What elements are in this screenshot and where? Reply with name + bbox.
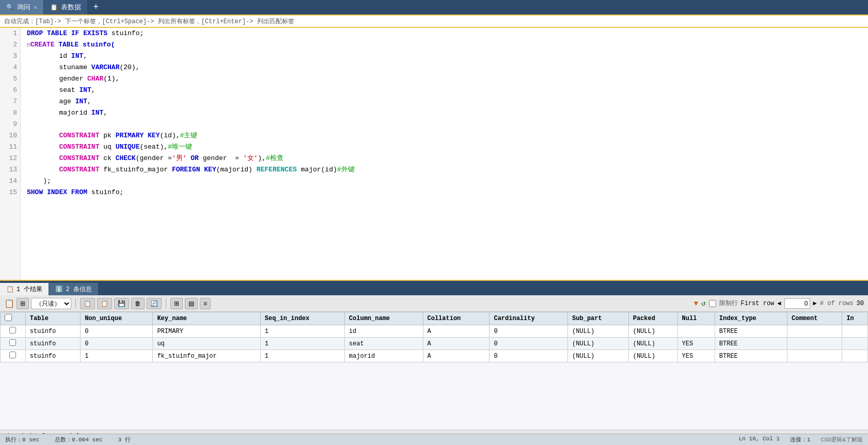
table-cell-1-3: uq <box>153 338 260 350</box>
table-row[interactable]: stuinfo0uq1seatA0(NULL)(NULL)YESBTREE <box>1 338 868 350</box>
tab-tabledata[interactable]: 📋 表数据 <box>44 0 88 14</box>
refresh-btn2[interactable]: 🔄 <box>147 298 162 309</box>
table-cell-2-9: (NULL) <box>628 350 677 362</box>
code-line-6: seat INT, <box>27 85 862 96</box>
results-tabs: 📋 1 个结果 ℹ️ 2 条信息 <box>0 281 868 295</box>
text-view-btn[interactable]: ≡ <box>200 298 211 309</box>
table-cell-0-0 <box>1 325 26 338</box>
table-cell-0-13 <box>842 325 868 338</box>
table-row[interactable]: stuinfo1fk_stuinfo_major1majoridA0(NULL)… <box>1 350 868 362</box>
table-cell-2-2: 1 <box>81 350 153 362</box>
table-cell-2-1: stuinfo <box>25 350 80 362</box>
result-tab-label: 1 个结果 <box>17 285 42 294</box>
tab-info[interactable]: ℹ️ 2 条信息 <box>49 283 98 295</box>
table-cell-0-3: PRIMARY <box>153 325 260 338</box>
code-area[interactable]: DROP TABLE IF EXISTS stuinfo;⊟CREATE TAB… <box>21 28 868 280</box>
tab-bar: 🔍 询问 ✕ 📋 表数据 + <box>0 0 868 15</box>
table-cell-1-10: YES <box>677 338 715 350</box>
table-cell-1-6: A <box>423 338 490 350</box>
query-tab-close[interactable]: ✕ <box>34 4 37 11</box>
save-btn[interactable]: 💾 <box>114 298 129 309</box>
table-cell-1-7: 0 <box>490 338 568 350</box>
refresh-icon: ↺ <box>701 299 705 308</box>
table-cell-1-12 <box>787 338 842 350</box>
table-cell-0-10 <box>677 325 715 338</box>
filter-icon: ▼ <box>694 299 698 308</box>
table-cell-0-2: 0 <box>81 325 153 338</box>
limit-label: 限制行 <box>719 299 738 308</box>
table-cell-0-11: BTREE <box>715 325 787 338</box>
readonly-select[interactable]: （只读） <box>31 298 71 309</box>
row-checkbox-0[interactable] <box>9 327 16 333</box>
table-row[interactable]: stuinfo0PRIMARY1idA0(NULL)(NULL)BTREE <box>1 325 868 338</box>
rows-count: 3 行 <box>118 436 130 443</box>
col-header-4: Seq_in_index <box>260 312 344 325</box>
table-cell-2-12 <box>787 350 842 362</box>
code-line-14: ); <box>27 176 862 187</box>
delete-btn[interactable]: 🗑 <box>131 298 145 309</box>
code-editor[interactable]: 123456789101112131415 DROP TABLE IF EXIS… <box>0 28 868 281</box>
code-line-10: CONSTRAINT pk PRIMARY KEY(id),#主键 <box>27 130 862 141</box>
table-icon: 📋 <box>4 298 14 309</box>
table-cell-0-12 <box>787 325 842 338</box>
total-label: 总数：0.004 sec <box>55 436 102 443</box>
code-line-4: stuname VARCHAR(20), <box>27 62 862 73</box>
bottom-bar: 执行：0 sec 总数：0.004 sec 3 行 Ln 16, Col 1 连… <box>0 434 868 445</box>
sep1 <box>75 298 76 309</box>
code-line-12: CONSTRAINT ck CHECK(gender ='男' OR gende… <box>27 153 862 164</box>
table-cell-0-5: id <box>344 325 423 338</box>
table-cell-2-0 <box>1 350 26 362</box>
table-cell-0-6: A <box>423 325 490 338</box>
col-header-6: Collation <box>423 312 490 325</box>
select-all-checkbox[interactable] <box>5 314 12 321</box>
paste-btn[interactable]: 📋 <box>97 298 112 309</box>
tab-result[interactable]: 📋 1 个结果 <box>0 283 49 295</box>
col-header-13: In <box>842 312 868 325</box>
code-line-5: gender CHAR(1), <box>27 73 862 85</box>
code-line-13: CONSTRAINT fk_stuinfo_major FOREIGN KEY(… <box>27 164 862 176</box>
hint-bar: 自动完成：[Tab]-> 下一个标签，[Ctrl+Space]-> 列出所有标签… <box>0 15 868 28</box>
tabledata-tab-label: 表数据 <box>61 3 81 12</box>
table-cell-0-9: (NULL) <box>628 325 677 338</box>
info-tab-label: 2 条信息 <box>66 285 91 294</box>
col-header-10: Null <box>677 312 715 325</box>
info-tab-icon: ℹ️ <box>55 285 63 293</box>
code-line-9 <box>27 119 862 130</box>
row-checkbox-2[interactable] <box>9 352 16 358</box>
app-container: 🔍 询问 ✕ 📋 表数据 + 自动完成：[Tab]-> 下一个标签，[Ctrl+… <box>0 0 868 445</box>
rows-value: 30 <box>857 300 864 307</box>
limit-value-input[interactable] <box>784 298 810 309</box>
code-line-15: SHOW INDEX FROM stuinfo; <box>27 187 862 198</box>
col-header-0[interactable] <box>1 312 26 325</box>
table-cell-1-9: (NULL) <box>628 338 677 350</box>
grid-view-btn[interactable]: ⊞ <box>170 298 183 309</box>
table-cell-2-10: YES <box>677 350 715 362</box>
tab-query[interactable]: 🔍 询问 ✕ <box>0 0 44 14</box>
col-header-11: Index_type <box>715 312 787 325</box>
row-checkbox-1[interactable] <box>9 339 16 346</box>
limit-checkbox[interactable] <box>709 300 716 307</box>
query-tab-icon: 🔍 <box>6 4 14 11</box>
table-cell-1-5: seat <box>344 338 423 350</box>
results-area: 📋 1 个结果 ℹ️ 2 条信息 📋 ⊞ （只读） 📋 📋 💾 🗑 🔄 ⊞ ▤ <box>0 281 868 441</box>
code-line-11: CONSTRAINT uq UNIQUE(seat),#唯一键 <box>27 141 862 153</box>
grid-btn[interactable]: ⊞ <box>17 298 29 309</box>
toolbar-right: ▼ ↺ 限制行 First row ◀ ▶ # of rows 30 <box>694 298 864 309</box>
nav-right[interactable]: ▶ <box>813 299 817 307</box>
col-header-1: Table <box>25 312 80 325</box>
code-line-1: DROP TABLE IF EXISTS stuinfo; <box>27 28 862 39</box>
tab-add-button[interactable]: + <box>88 2 104 12</box>
rows-label: # of rows <box>820 300 854 307</box>
bottom-right: Ln 16, Col 1 连接：1 CSD逻辑&了解版 <box>739 436 863 443</box>
copy-btn[interactable]: 📋 <box>80 298 95 309</box>
nav-left[interactable]: ◀ <box>777 299 781 307</box>
code-line-2: ⊟CREATE TABLE stuinfo( <box>27 39 862 51</box>
col-header-7: Cardinality <box>490 312 568 325</box>
brand-label: CSD逻辑&了解版 <box>821 436 863 443</box>
results-table-wrapper[interactable]: TableNon_uniqueKey_nameSeq_in_indexColum… <box>0 312 868 430</box>
first-row-label: First row <box>741 300 775 307</box>
table-cell-1-13 <box>842 338 868 350</box>
form-view-btn[interactable]: ▤ <box>185 298 198 309</box>
table-cell-2-11: BTREE <box>715 350 787 362</box>
col-header-2: Non_unique <box>81 312 153 325</box>
